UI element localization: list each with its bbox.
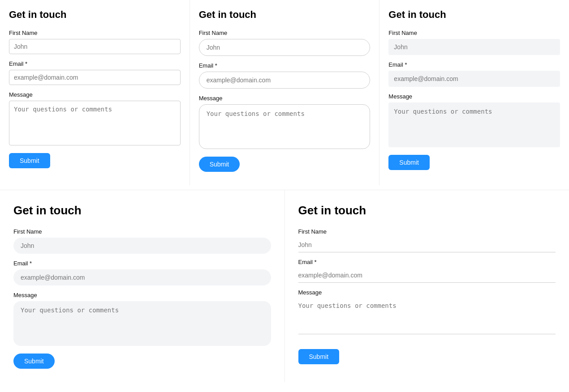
form-title-3: Get in touch bbox=[388, 9, 560, 21]
message-textarea-3[interactable] bbox=[388, 102, 560, 147]
email-group-2: Email * bbox=[199, 62, 371, 89]
message-group-2: Message bbox=[199, 95, 371, 150]
email-label-2: Email * bbox=[199, 62, 371, 69]
email-group-1: Email * bbox=[9, 60, 181, 85]
email-group-5: Email * bbox=[298, 259, 556, 283]
first-name-input-5[interactable] bbox=[298, 238, 556, 252]
message-textarea-4[interactable] bbox=[13, 301, 271, 346]
first-name-input-2[interactable] bbox=[199, 39, 371, 56]
email-label-5: Email * bbox=[298, 259, 556, 265]
message-textarea-5[interactable] bbox=[298, 298, 556, 334]
message-textarea-2[interactable] bbox=[199, 104, 371, 149]
email-input-1[interactable] bbox=[9, 70, 181, 85]
message-label-2: Message bbox=[199, 95, 371, 102]
message-label-3: Message bbox=[388, 93, 560, 100]
first-name-label-5: First Name bbox=[298, 228, 556, 235]
email-group-3: Email * bbox=[388, 61, 560, 87]
message-group-1: Message bbox=[9, 91, 181, 147]
message-label-1: Message bbox=[9, 91, 181, 98]
submit-button-4[interactable]: Submit bbox=[13, 354, 55, 369]
first-name-group-5: First Name bbox=[298, 228, 556, 252]
message-group-5: Message bbox=[298, 289, 556, 336]
form-panel-3: Get in touch First Name Email * Message … bbox=[379, 0, 569, 185]
first-name-group-3: First Name bbox=[388, 30, 560, 55]
form-panel-1: Get in touch First Name Email * Message … bbox=[0, 0, 190, 185]
first-name-input-4[interactable] bbox=[13, 238, 271, 254]
email-group-4: Email * bbox=[13, 260, 271, 285]
first-name-group-1: First Name bbox=[9, 30, 181, 54]
email-input-3[interactable] bbox=[388, 71, 560, 87]
submit-button-3[interactable]: Submit bbox=[388, 155, 430, 170]
message-textarea-1[interactable] bbox=[9, 101, 181, 145]
email-label-3: Email * bbox=[388, 61, 560, 68]
form-title-5: Get in touch bbox=[298, 204, 556, 217]
email-input-5[interactable] bbox=[298, 268, 556, 283]
email-input-4[interactable] bbox=[13, 269, 271, 285]
first-name-group-2: First Name bbox=[199, 30, 371, 56]
message-label-4: Message bbox=[13, 292, 271, 298]
submit-button-1[interactable]: Submit bbox=[9, 153, 50, 168]
email-label-1: Email * bbox=[9, 60, 181, 67]
form-panel-4: Get in touch First Name Email * Message … bbox=[0, 190, 285, 382]
first-name-label-2: First Name bbox=[199, 30, 371, 36]
first-name-input-1[interactable] bbox=[9, 39, 181, 54]
first-name-label-4: First Name bbox=[13, 228, 271, 235]
first-name-label-1: First Name bbox=[9, 30, 181, 36]
message-label-5: Message bbox=[298, 289, 556, 296]
form-panel-5: Get in touch First Name Email * Message … bbox=[285, 190, 569, 382]
form-title-4: Get in touch bbox=[13, 204, 271, 217]
submit-button-2[interactable]: Submit bbox=[199, 157, 240, 172]
email-input-2[interactable] bbox=[199, 72, 371, 89]
submit-button-5[interactable]: Submit bbox=[298, 349, 340, 364]
first-name-label-3: First Name bbox=[388, 30, 560, 36]
message-group-4: Message bbox=[13, 292, 271, 347]
first-name-input-3[interactable] bbox=[388, 39, 560, 55]
message-group-3: Message bbox=[388, 93, 560, 149]
form-title-2: Get in touch bbox=[199, 9, 371, 21]
form-panel-2: Get in touch First Name Email * Message … bbox=[190, 0, 380, 185]
email-label-4: Email * bbox=[13, 260, 271, 267]
first-name-group-4: First Name bbox=[13, 228, 271, 254]
form-title-1: Get in touch bbox=[9, 9, 181, 21]
